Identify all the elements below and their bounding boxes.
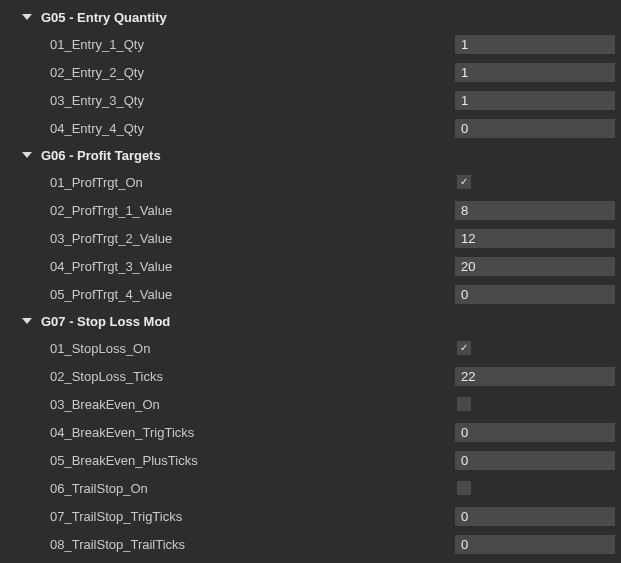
property-row-stoploss-on: 01_StopLoss_On: [0, 334, 621, 362]
breakeven-trigticks-input[interactable]: 0: [455, 423, 615, 442]
property-row-proftrgt-3-value: 04_ProfTrgt_3_Value20: [0, 252, 621, 280]
property-label: 05_BreakEven_PlusTicks: [50, 453, 455, 468]
property-field: 0: [455, 423, 615, 442]
property-row-breakeven-trigticks: 04_BreakEven_TrigTicks0: [0, 418, 621, 446]
properties-panel: G05 - Entry Quantity01_Entry_1_Qty102_En…: [0, 0, 621, 563]
group-header-g06[interactable]: G06 - Profit Targets: [0, 142, 621, 168]
trailstop-trigticks-input[interactable]: 0: [455, 507, 615, 526]
property-field: 0: [455, 535, 615, 554]
group-header-g05[interactable]: G05 - Entry Quantity: [0, 4, 621, 30]
property-row-entry-4-qty: 04_Entry_4_Qty0: [0, 114, 621, 142]
property-row-proftrgt-1-value: 02_ProfTrgt_1_Value8: [0, 196, 621, 224]
chevron-down-icon: [22, 318, 32, 324]
property-row-proftrgt-2-value: 03_ProfTrgt_2_Value12: [0, 224, 621, 252]
proftrgt-on-checkbox[interactable]: [457, 175, 471, 189]
proftrgt-4-value-input[interactable]: 0: [455, 285, 615, 304]
property-row-stoploss-ticks: 02_StopLoss_Ticks22: [0, 362, 621, 390]
property-row-proftrgt-on: 01_ProfTrgt_On: [0, 168, 621, 196]
entry-3-qty-input[interactable]: 1: [455, 91, 615, 110]
trailstop-trailticks-input[interactable]: 0: [455, 535, 615, 554]
property-label: 04_ProfTrgt_3_Value: [50, 259, 455, 274]
group-header-g07[interactable]: G07 - Stop Loss Mod: [0, 308, 621, 334]
property-row-entry-1-qty: 01_Entry_1_Qty1: [0, 30, 621, 58]
property-field: [455, 395, 615, 414]
property-row-entry-3-qty: 03_Entry_3_Qty1: [0, 86, 621, 114]
property-field: [455, 173, 615, 192]
property-label: 01_ProfTrgt_On: [50, 175, 455, 190]
property-row-trailstop-trigticks: 07_TrailStop_TrigTicks0: [0, 502, 621, 530]
property-field: [455, 479, 615, 498]
property-row-trailstop-trailticks: 08_TrailStop_TrailTicks0: [0, 530, 621, 558]
property-field: 12: [455, 229, 615, 248]
proftrgt-2-value-input[interactable]: 12: [455, 229, 615, 248]
property-label: 03_Entry_3_Qty: [50, 93, 455, 108]
property-field: 20: [455, 257, 615, 276]
property-label: 02_StopLoss_Ticks: [50, 369, 455, 384]
property-label: 02_Entry_2_Qty: [50, 65, 455, 80]
breakeven-on-checkbox[interactable]: [457, 397, 471, 411]
property-field: 0: [455, 285, 615, 304]
property-field: 0: [455, 119, 615, 138]
trailstop-on-checkbox[interactable]: [457, 481, 471, 495]
group-title: G05 - Entry Quantity: [41, 10, 167, 25]
entry-4-qty-input[interactable]: 0: [455, 119, 615, 138]
property-row-breakeven-plusticks: 05_BreakEven_PlusTicks0: [0, 446, 621, 474]
proftrgt-3-value-input[interactable]: 20: [455, 257, 615, 276]
stoploss-on-checkbox[interactable]: [457, 341, 471, 355]
property-label: 05_ProfTrgt_4_Value: [50, 287, 455, 302]
property-field: 1: [455, 63, 615, 82]
property-row-proftrgt-4-value: 05_ProfTrgt_4_Value0: [0, 280, 621, 308]
chevron-down-icon: [22, 14, 32, 20]
property-field: [455, 339, 615, 358]
property-label: 04_Entry_4_Qty: [50, 121, 455, 136]
property-field: 22: [455, 367, 615, 386]
group-title: G07 - Stop Loss Mod: [41, 314, 170, 329]
property-label: 08_TrailStop_TrailTicks: [50, 537, 455, 552]
stoploss-ticks-input[interactable]: 22: [455, 367, 615, 386]
chevron-down-icon: [22, 152, 32, 158]
property-label: 07_TrailStop_TrigTicks: [50, 509, 455, 524]
property-label: 03_BreakEven_On: [50, 397, 455, 412]
property-field: 0: [455, 507, 615, 526]
entry-1-qty-input[interactable]: 1: [455, 35, 615, 54]
property-row-entry-2-qty: 02_Entry_2_Qty1: [0, 58, 621, 86]
property-field: 1: [455, 91, 615, 110]
proftrgt-1-value-input[interactable]: 8: [455, 201, 615, 220]
property-label: 01_Entry_1_Qty: [50, 37, 455, 52]
entry-2-qty-input[interactable]: 1: [455, 63, 615, 82]
property-row-breakeven-on: 03_BreakEven_On: [0, 390, 621, 418]
property-label: 06_TrailStop_On: [50, 481, 455, 496]
property-field: 8: [455, 201, 615, 220]
breakeven-plusticks-input[interactable]: 0: [455, 451, 615, 470]
property-field: 1: [455, 35, 615, 54]
property-label: 03_ProfTrgt_2_Value: [50, 231, 455, 246]
property-label: 04_BreakEven_TrigTicks: [50, 425, 455, 440]
property-row-trailstop-on: 06_TrailStop_On: [0, 474, 621, 502]
group-title: G06 - Profit Targets: [41, 148, 161, 163]
property-label: 02_ProfTrgt_1_Value: [50, 203, 455, 218]
property-field: 0: [455, 451, 615, 470]
property-label: 01_StopLoss_On: [50, 341, 455, 356]
